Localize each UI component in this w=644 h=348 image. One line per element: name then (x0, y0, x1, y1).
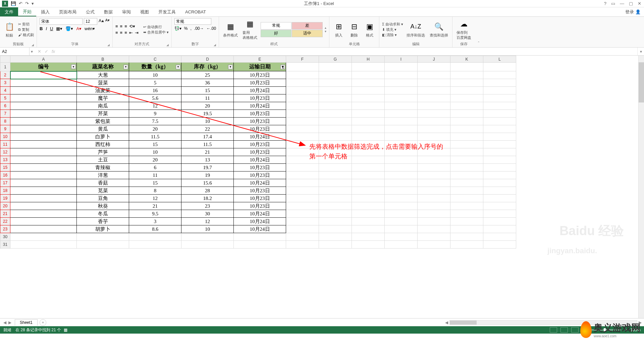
cell-B17[interactable]: 香菇 (77, 179, 129, 187)
ribbon-tab-审阅[interactable]: 审阅 (117, 7, 136, 16)
row-header-30[interactable]: 30 (0, 233, 10, 241)
name-box[interactable]: A2 (0, 48, 30, 55)
cell-C8[interactable]: 7.5 (129, 118, 181, 125)
cell-A5[interactable] (10, 94, 77, 102)
cell-D7[interactable]: 19.5 (181, 110, 234, 118)
cell[interactable] (319, 63, 352, 71)
col-header-A[interactable]: A (10, 56, 77, 63)
cell-E3[interactable]: 10月23日 (234, 79, 286, 87)
cell-A11[interactable] (10, 141, 77, 148)
cell[interactable] (385, 179, 418, 187)
cell-D16[interactable]: 19 (181, 171, 234, 179)
row-header-21[interactable]: 21 (0, 210, 10, 218)
cell-A2[interactable] (10, 71, 77, 79)
cell[interactable] (286, 118, 319, 125)
worksheet-grid[interactable]: ABCDEFGHIJKL1编号▾蔬菜名称▾数量（kg）▾库存（kg）▾运输日期▼… (0, 56, 644, 318)
cell[interactable] (181, 241, 234, 249)
cell[interactable] (418, 195, 450, 202)
cell-E21[interactable]: 10月24日 (234, 210, 286, 218)
cell[interactable] (483, 63, 516, 71)
cell-A21[interactable] (10, 210, 77, 218)
col-header-I[interactable]: I (385, 56, 418, 63)
restore-icon[interactable]: ▢ (629, 1, 633, 6)
cell-B20[interactable]: 秋葵 (77, 202, 129, 210)
cell[interactable] (352, 71, 385, 79)
cell-D6[interactable]: 20 (181, 102, 234, 110)
cell[interactable] (483, 110, 516, 118)
cell[interactable] (352, 94, 385, 102)
cell-D8[interactable]: 10 (181, 118, 234, 125)
format-painter-button[interactable]: 🖌格式刷 (18, 32, 34, 38)
cell-C6[interactable]: 12 (129, 102, 181, 110)
cell[interactable] (450, 218, 483, 225)
cell[interactable] (286, 125, 319, 133)
cell-D10[interactable]: 17.4 (181, 133, 234, 141)
cell-D11[interactable]: 11.5 (181, 141, 234, 148)
increase-decimal-icon[interactable]: .00→ (194, 26, 204, 31)
row-header-10[interactable]: 10 (0, 133, 10, 141)
cell[interactable] (385, 110, 418, 118)
cell[interactable] (450, 195, 483, 202)
ribbon-tab-数据[interactable]: 数据 (99, 7, 117, 16)
cell-A20[interactable] (10, 202, 77, 210)
col-header-F[interactable]: F (286, 56, 319, 63)
cell[interactable] (286, 179, 319, 187)
cell[interactable] (352, 179, 385, 187)
wrap-text-button[interactable]: ↩自动换行 (143, 24, 169, 29)
collapse-ribbon-icon[interactable]: ˆ (475, 40, 482, 47)
cell[interactable] (286, 187, 319, 195)
filter-icon[interactable]: ▾ (71, 64, 76, 69)
cell-B7[interactable]: 芹菜 (77, 110, 129, 118)
cell[interactable] (352, 171, 385, 179)
delete-button[interactable]: ⊟删除 (347, 21, 361, 39)
cell[interactable] (418, 102, 450, 110)
cell-B12[interactable]: 芦笋 (77, 148, 129, 156)
ribbon-tab-开发工具[interactable]: 开发工具 (154, 7, 180, 16)
ribbon-tab-视图[interactable]: 视图 (136, 7, 154, 16)
cell-B11[interactable]: 西红柿 (77, 141, 129, 148)
font-name-select[interactable]: 宋体 (40, 18, 83, 25)
close-icon[interactable]: ✕ (638, 1, 641, 6)
cell-styles-gallery[interactable]: 常规 差 好 适中 (261, 22, 323, 37)
cell[interactable] (286, 110, 319, 118)
col-header-D[interactable]: D (181, 56, 234, 63)
cell[interactable] (319, 202, 352, 210)
cell-E11[interactable]: 10月23日 (234, 141, 286, 148)
cell-B2[interactable]: 大葱 (77, 71, 129, 79)
number-format-select[interactable]: 常规 (174, 18, 211, 25)
cell-A9[interactable] (10, 125, 77, 133)
cell[interactable] (418, 218, 450, 225)
minimize-icon[interactable]: — (620, 1, 624, 6)
cell[interactable] (129, 233, 181, 241)
dialog-launcher-icon[interactable]: ◢ (166, 43, 169, 47)
cell[interactable] (418, 171, 450, 179)
zoom-level[interactable]: 100% (630, 328, 641, 332)
filter-icon[interactable]: ▼̲ (280, 65, 285, 69)
cell-D3[interactable]: 36 (181, 79, 234, 87)
cell[interactable] (483, 187, 516, 195)
cell[interactable] (385, 125, 418, 133)
cell[interactable] (418, 118, 450, 125)
cell[interactable] (286, 94, 319, 102)
cell[interactable] (483, 218, 516, 225)
increase-font-icon[interactable]: A▴ (99, 18, 104, 25)
row-header-23[interactable]: 23 (0, 225, 10, 233)
cell[interactable] (450, 125, 483, 133)
decrease-decimal-icon[interactable]: ←.00 (207, 26, 216, 31)
row-header-11[interactable]: 11 (0, 141, 10, 148)
cell[interactable] (483, 233, 516, 241)
cell[interactable] (352, 218, 385, 225)
cell[interactable] (483, 241, 516, 249)
cell[interactable] (483, 102, 516, 110)
cell[interactable] (385, 63, 418, 71)
table-format-button[interactable]: ▦套用 表格格式 (241, 18, 259, 41)
cell-D15[interactable]: 19.7 (181, 164, 234, 171)
table-header-3[interactable]: 库存（kg）▾ (181, 63, 234, 71)
cell[interactable] (450, 233, 483, 241)
cell[interactable] (286, 79, 319, 87)
view-pagelayout-icon[interactable] (560, 327, 568, 333)
select-all-corner[interactable] (0, 56, 10, 63)
row-header-17[interactable]: 17 (0, 179, 10, 187)
cell-B4[interactable]: 油麦菜 (77, 87, 129, 94)
cell[interactable] (352, 225, 385, 233)
